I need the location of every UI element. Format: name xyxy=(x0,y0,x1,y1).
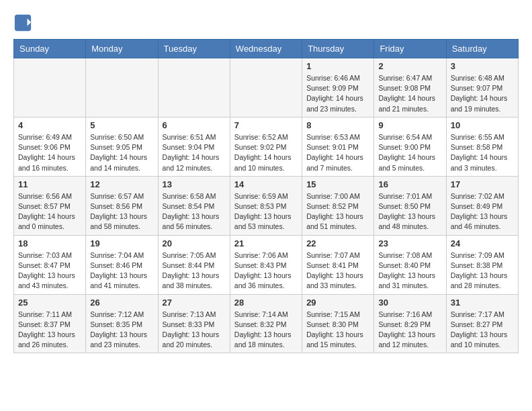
calendar-cell xyxy=(230,58,302,118)
calendar-cell: 8Sunrise: 6:53 AM Sunset: 9:01 PM Daylig… xyxy=(302,117,374,176)
day-info: Sunrise: 6:50 AM Sunset: 9:05 PM Dayligh… xyxy=(90,132,153,173)
day-info: Sunrise: 7:02 AM Sunset: 8:49 PM Dayligh… xyxy=(451,191,514,232)
calendar-cell: 19Sunrise: 7:04 AM Sunset: 8:46 PM Dayli… xyxy=(86,235,158,294)
column-header-wednesday: Wednesday xyxy=(230,40,302,58)
day-info: Sunrise: 6:51 AM Sunset: 9:04 PM Dayligh… xyxy=(163,132,226,173)
day-info: Sunrise: 7:03 AM Sunset: 8:47 PM Dayligh… xyxy=(18,250,81,291)
day-info: Sunrise: 7:05 AM Sunset: 8:44 PM Dayligh… xyxy=(163,250,226,291)
calendar-cell xyxy=(14,58,86,118)
calendar-cell: 6Sunrise: 6:51 AM Sunset: 9:04 PM Daylig… xyxy=(158,117,230,176)
day-number: 1 xyxy=(306,61,369,71)
calendar-cell: 30Sunrise: 7:16 AM Sunset: 8:29 PM Dayli… xyxy=(374,294,446,353)
calendar-cell: 2Sunrise: 6:47 AM Sunset: 9:08 PM Daylig… xyxy=(374,58,446,118)
day-number: 18 xyxy=(18,238,81,248)
day-info: Sunrise: 7:07 AM Sunset: 8:41 PM Dayligh… xyxy=(306,250,369,291)
day-info: Sunrise: 7:11 AM Sunset: 8:37 PM Dayligh… xyxy=(18,310,81,351)
day-number: 28 xyxy=(234,298,298,308)
day-info: Sunrise: 7:04 AM Sunset: 8:46 PM Dayligh… xyxy=(90,250,153,291)
calendar-cell: 14Sunrise: 6:59 AM Sunset: 8:53 PM Dayli… xyxy=(230,176,302,235)
day-number: 4 xyxy=(18,120,81,130)
day-number: 13 xyxy=(163,179,226,189)
calendar-cell: 23Sunrise: 7:08 AM Sunset: 8:40 PM Dayli… xyxy=(374,235,446,294)
day-info: Sunrise: 6:46 AM Sunset: 9:09 PM Dayligh… xyxy=(306,73,369,114)
day-info: Sunrise: 6:59 AM Sunset: 8:53 PM Dayligh… xyxy=(234,191,298,232)
calendar-cell: 20Sunrise: 7:05 AM Sunset: 8:44 PM Dayli… xyxy=(158,235,230,294)
day-info: Sunrise: 7:15 AM Sunset: 8:30 PM Dayligh… xyxy=(306,310,369,351)
day-number: 6 xyxy=(163,120,226,130)
day-info: Sunrise: 7:12 AM Sunset: 8:35 PM Dayligh… xyxy=(90,310,153,351)
day-number: 30 xyxy=(378,298,441,308)
day-info: Sunrise: 7:13 AM Sunset: 8:33 PM Dayligh… xyxy=(163,310,226,351)
day-number: 27 xyxy=(163,298,226,308)
logo-icon xyxy=(13,13,32,32)
calendar-cell: 11Sunrise: 6:56 AM Sunset: 8:57 PM Dayli… xyxy=(14,176,86,235)
day-info: Sunrise: 6:56 AM Sunset: 8:57 PM Dayligh… xyxy=(18,191,81,232)
calendar-cell xyxy=(86,58,158,118)
day-number: 14 xyxy=(234,179,298,189)
calendar-cell: 31Sunrise: 7:17 AM Sunset: 8:27 PM Dayli… xyxy=(446,294,518,353)
day-info: Sunrise: 7:00 AM Sunset: 8:52 PM Dayligh… xyxy=(306,191,369,232)
day-number: 15 xyxy=(306,179,369,189)
header xyxy=(13,13,519,32)
calendar-cell: 15Sunrise: 7:00 AM Sunset: 8:52 PM Dayli… xyxy=(302,176,374,235)
day-info: Sunrise: 6:48 AM Sunset: 9:07 PM Dayligh… xyxy=(451,73,514,114)
column-header-monday: Monday xyxy=(86,40,158,58)
calendar-cell: 18Sunrise: 7:03 AM Sunset: 8:47 PM Dayli… xyxy=(14,235,86,294)
calendar-cell: 1Sunrise: 6:46 AM Sunset: 9:09 PM Daylig… xyxy=(302,58,374,118)
logo xyxy=(13,13,35,32)
day-info: Sunrise: 7:06 AM Sunset: 8:43 PM Dayligh… xyxy=(234,250,298,291)
calendar-cell: 28Sunrise: 7:14 AM Sunset: 8:32 PM Dayli… xyxy=(230,294,302,353)
calendar-cell: 7Sunrise: 6:52 AM Sunset: 9:02 PM Daylig… xyxy=(230,117,302,176)
calendar-cell: 4Sunrise: 6:49 AM Sunset: 9:06 PM Daylig… xyxy=(14,117,86,176)
day-info: Sunrise: 7:08 AM Sunset: 8:40 PM Dayligh… xyxy=(378,250,441,291)
day-info: Sunrise: 7:01 AM Sunset: 8:50 PM Dayligh… xyxy=(378,191,441,232)
day-number: 17 xyxy=(451,179,514,189)
day-number: 25 xyxy=(18,298,81,308)
day-number: 5 xyxy=(90,120,153,130)
calendar-cell: 16Sunrise: 7:01 AM Sunset: 8:50 PM Dayli… xyxy=(374,176,446,235)
day-number: 24 xyxy=(451,238,514,248)
day-info: Sunrise: 7:14 AM Sunset: 8:32 PM Dayligh… xyxy=(234,310,298,351)
calendar-cell: 17Sunrise: 7:02 AM Sunset: 8:49 PM Dayli… xyxy=(446,176,518,235)
day-number: 20 xyxy=(163,238,226,248)
calendar-cell: 13Sunrise: 6:58 AM Sunset: 8:54 PM Dayli… xyxy=(158,176,230,235)
day-number: 3 xyxy=(451,61,514,71)
day-number: 8 xyxy=(306,120,369,130)
day-number: 31 xyxy=(451,298,514,308)
day-info: Sunrise: 7:09 AM Sunset: 8:38 PM Dayligh… xyxy=(451,250,514,291)
day-info: Sunrise: 7:16 AM Sunset: 8:29 PM Dayligh… xyxy=(378,310,441,351)
calendar-cell: 25Sunrise: 7:11 AM Sunset: 8:37 PM Dayli… xyxy=(14,294,86,353)
day-info: Sunrise: 6:58 AM Sunset: 8:54 PM Dayligh… xyxy=(163,191,226,232)
day-number: 12 xyxy=(90,179,153,189)
day-number: 23 xyxy=(378,238,441,248)
day-info: Sunrise: 6:52 AM Sunset: 9:02 PM Dayligh… xyxy=(234,132,298,173)
day-info: Sunrise: 6:53 AM Sunset: 9:01 PM Dayligh… xyxy=(306,132,369,173)
day-number: 26 xyxy=(90,298,153,308)
column-header-thursday: Thursday xyxy=(302,40,374,58)
column-header-saturday: Saturday xyxy=(446,40,518,58)
day-number: 2 xyxy=(378,61,441,71)
calendar-cell: 9Sunrise: 6:54 AM Sunset: 9:00 PM Daylig… xyxy=(374,117,446,176)
calendar-cell: 10Sunrise: 6:55 AM Sunset: 8:58 PM Dayli… xyxy=(446,117,518,176)
calendar-cell: 24Sunrise: 7:09 AM Sunset: 8:38 PM Dayli… xyxy=(446,235,518,294)
calendar-cell: 29Sunrise: 7:15 AM Sunset: 8:30 PM Dayli… xyxy=(302,294,374,353)
column-header-sunday: Sunday xyxy=(14,40,86,58)
day-info: Sunrise: 6:49 AM Sunset: 9:06 PM Dayligh… xyxy=(18,132,81,173)
day-info: Sunrise: 7:17 AM Sunset: 8:27 PM Dayligh… xyxy=(451,310,514,351)
day-number: 10 xyxy=(451,120,514,130)
calendar-cell: 21Sunrise: 7:06 AM Sunset: 8:43 PM Dayli… xyxy=(230,235,302,294)
day-number: 29 xyxy=(306,298,369,308)
day-number: 22 xyxy=(306,238,369,248)
calendar-cell: 22Sunrise: 7:07 AM Sunset: 8:41 PM Dayli… xyxy=(302,235,374,294)
calendar-cell: 3Sunrise: 6:48 AM Sunset: 9:07 PM Daylig… xyxy=(446,58,518,118)
day-info: Sunrise: 6:57 AM Sunset: 8:56 PM Dayligh… xyxy=(90,191,153,232)
day-info: Sunrise: 6:47 AM Sunset: 9:08 PM Dayligh… xyxy=(378,73,441,114)
column-header-tuesday: Tuesday xyxy=(158,40,230,58)
calendar-table: SundayMondayTuesdayWednesdayThursdayFrid… xyxy=(13,39,519,353)
calendar-cell xyxy=(158,58,230,118)
calendar-cell: 27Sunrise: 7:13 AM Sunset: 8:33 PM Dayli… xyxy=(158,294,230,353)
calendar-cell: 5Sunrise: 6:50 AM Sunset: 9:05 PM Daylig… xyxy=(86,117,158,176)
calendar-cell: 26Sunrise: 7:12 AM Sunset: 8:35 PM Dayli… xyxy=(86,294,158,353)
day-number: 21 xyxy=(234,238,298,248)
day-info: Sunrise: 6:54 AM Sunset: 9:00 PM Dayligh… xyxy=(378,132,441,173)
